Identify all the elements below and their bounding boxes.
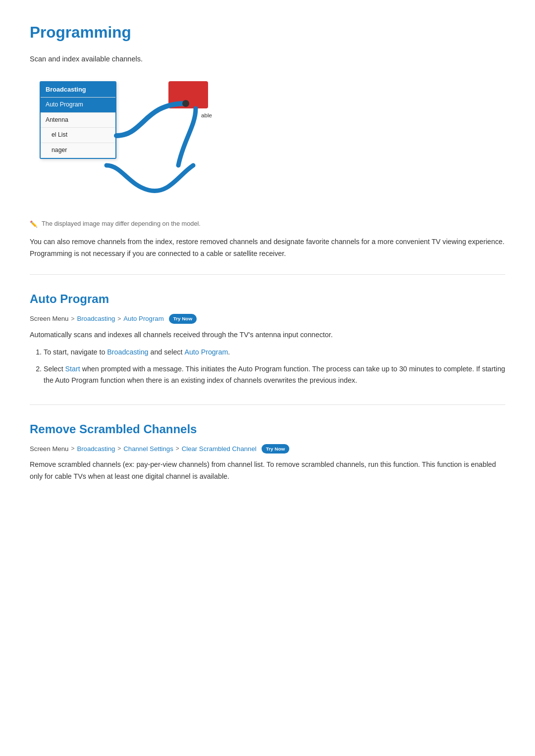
menu-item-antenna[interactable]: Antenna xyxy=(41,112,115,128)
try-now-badge-2[interactable]: Try Now xyxy=(262,444,289,454)
remove-scrambled-description: Remove scrambled channels (ex: pay-per-v… xyxy=(30,459,505,482)
step-1-text-1: To start, navigate to xyxy=(44,348,107,356)
step-2-start-link[interactable]: Start xyxy=(65,365,80,373)
menu-item-manager[interactable]: nager xyxy=(41,143,115,158)
step-1-auto-program-link[interactable]: Auto Program xyxy=(184,348,228,356)
menu-item-channel-list[interactable]: el List xyxy=(41,127,115,143)
step-1-text-2: and select xyxy=(149,348,185,356)
menu-header: Broadcasting xyxy=(41,82,115,97)
pencil-icon: ✏️ xyxy=(30,219,38,229)
tv-cable-box xyxy=(168,81,208,108)
section-heading-remove-scrambled: Remove Scrambled Channels xyxy=(30,420,505,439)
breadcrumb-screen-menu-2: Screen Menu xyxy=(30,444,68,454)
step-1: To start, navigate to Broadcasting and s… xyxy=(44,347,505,358)
section-heading-auto-program: Auto Program xyxy=(30,290,505,308)
auto-program-steps: To start, navigate to Broadcasting and s… xyxy=(30,347,505,387)
body-text: You can also remove channels from the in… xyxy=(30,236,505,259)
section-remove-scrambled: Remove Scrambled Channels Screen Menu > … xyxy=(30,420,505,483)
diagram-note: ✏️ The displayed image may differ depend… xyxy=(30,219,505,229)
step-1-text-3: . xyxy=(228,348,230,356)
breadcrumb-auto-program-link[interactable]: Auto Program xyxy=(123,313,163,324)
try-now-badge-1[interactable]: Try Now xyxy=(169,314,197,324)
breadcrumb-sep-4: > xyxy=(117,444,121,454)
diagram: Broadcasting Auto Program Antenna el Lis… xyxy=(30,76,238,210)
step-2-text-2: when prompted with a message. This initi… xyxy=(44,365,505,385)
note-text: The displayed image may differ depending… xyxy=(42,219,201,229)
breadcrumb-broadcasting-2[interactable]: Broadcasting xyxy=(77,444,115,454)
auto-program-description: Automatically scans and indexes all chan… xyxy=(30,329,505,341)
breadcrumb-remove-scrambled: Screen Menu > Broadcasting > Channel Set… xyxy=(30,444,505,454)
breadcrumb-screen-menu: Screen Menu xyxy=(30,313,68,324)
step-1-broadcasting-link[interactable]: Broadcasting xyxy=(107,348,148,356)
section-auto-program: Auto Program Screen Menu > Broadcasting … xyxy=(30,290,505,387)
menu-panel: Broadcasting Auto Program Antenna el Lis… xyxy=(40,81,116,159)
intro-text: Scan and index available channels. xyxy=(30,53,505,65)
breadcrumb-auto-program: Screen Menu > Broadcasting > Auto Progra… xyxy=(30,313,505,324)
divider-1 xyxy=(30,274,505,275)
menu-item-auto-program[interactable]: Auto Program xyxy=(41,97,115,112)
step-2: Select Start when prompted with a messag… xyxy=(44,363,505,387)
breadcrumb-channel-settings[interactable]: Channel Settings xyxy=(123,444,173,454)
breadcrumb-sep-1: > xyxy=(71,314,74,324)
breadcrumb-clear-scrambled[interactable]: Clear Scrambled Channel xyxy=(182,444,257,454)
step-2-text-1: Select xyxy=(44,365,65,373)
breadcrumb-sep-2: > xyxy=(117,314,121,324)
breadcrumb-sep-5: > xyxy=(176,444,179,454)
divider-2 xyxy=(30,404,505,405)
breadcrumb-sep-3: > xyxy=(71,444,74,454)
breadcrumb-broadcasting-1[interactable]: Broadcasting xyxy=(77,313,115,324)
cable-label: able xyxy=(201,111,212,120)
page-title: Programming xyxy=(30,20,505,45)
